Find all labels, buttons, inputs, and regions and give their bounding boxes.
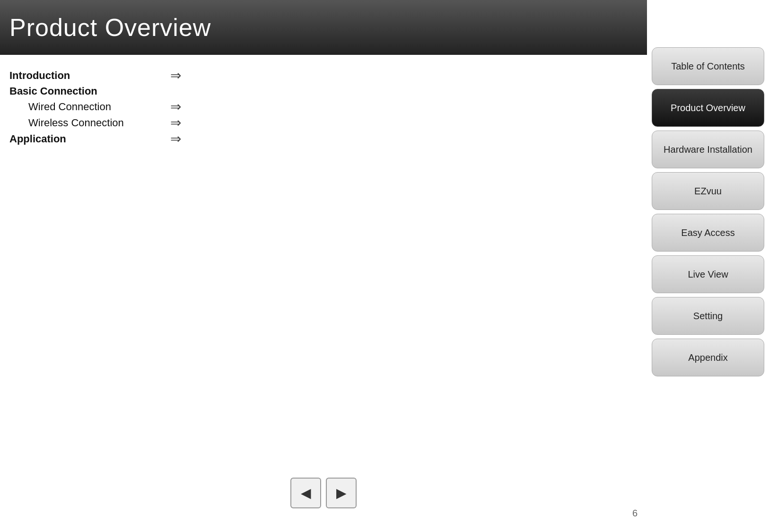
sidebar-btn-table-of-contents[interactable]: Table of Contents — [652, 47, 764, 85]
sidebar-btn-easy-access[interactable]: Easy Access — [652, 214, 764, 252]
page-number: 6 — [632, 508, 638, 519]
sidebar-btn-setting[interactable]: Setting — [652, 297, 764, 335]
sidebar: Table of ContentsProduct OverviewHardwar… — [647, 0, 769, 532]
toc-label: Wireless Connection — [9, 117, 170, 129]
sidebar-btn-appendix[interactable]: Appendix — [652, 339, 764, 376]
toc-label: Basic Connection — [9, 85, 170, 97]
arrow-icon[interactable]: ⇒ — [170, 100, 181, 113]
toc-entry[interactable]: Introduction⇒ — [9, 69, 638, 82]
content-body: Introduction⇒Basic ConnectionWired Conne… — [0, 55, 647, 532]
arrow-icon[interactable]: ⇒ — [170, 69, 181, 82]
header-banner: Product Overview — [0, 0, 647, 55]
bottom-navigation: ◀ ▶ — [290, 478, 357, 523]
toc-label: Wired Connection — [9, 101, 170, 113]
prev-button[interactable]: ◀ — [290, 478, 321, 508]
page-title: Product Overview — [9, 13, 211, 42]
toc-label: Introduction — [9, 70, 170, 82]
sidebar-btn-live-view[interactable]: Live View — [652, 255, 764, 293]
sidebar-btn-ezvuu[interactable]: EZvuu — [652, 172, 764, 210]
toc-entry[interactable]: Wired Connection⇒ — [9, 100, 638, 113]
toc-entry: Basic Connection — [9, 85, 638, 97]
toc-entry[interactable]: Wireless Connection⇒ — [9, 116, 638, 130]
sidebar-btn-hardware-installation[interactable]: Hardware Installation — [652, 131, 764, 168]
main-content: Product Overview Introduction⇒Basic Conn… — [0, 0, 647, 532]
toc-label: Application — [9, 133, 170, 145]
arrow-icon[interactable]: ⇒ — [170, 116, 181, 130]
next-button[interactable]: ▶ — [326, 478, 357, 508]
sidebar-btn-product-overview[interactable]: Product Overview — [652, 89, 764, 127]
next-icon: ▶ — [336, 485, 347, 501]
arrow-icon[interactable]: ⇒ — [170, 132, 181, 146]
prev-icon: ◀ — [301, 485, 311, 501]
toc-entry[interactable]: Application⇒ — [9, 132, 638, 146]
